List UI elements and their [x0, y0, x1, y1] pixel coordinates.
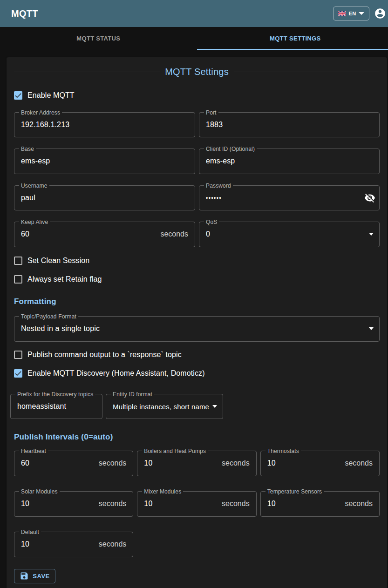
- boilers-interval-input[interactable]: Boilers and Heat Pumps 10 seconds: [137, 451, 256, 476]
- settings-title-divider: MQTT Settings: [14, 65, 380, 79]
- retain-flag-checkbox[interactable]: Always set Retain flag: [14, 270, 380, 289]
- tab-bar: MQTT STATUS MQTT SETTINGS: [0, 27, 388, 50]
- publish-intervals-heading: Publish Intervals (0=auto): [14, 432, 380, 443]
- dropdown-arrow-icon: [212, 405, 217, 408]
- app-header: MQTT EN: [0, 0, 388, 27]
- settings-card: MQTT Settings Enable MQTT Broker Address…: [7, 57, 387, 588]
- client-id-input[interactable]: Client ID (Optional) ems-esp: [199, 149, 380, 174]
- uk-flag-icon: [338, 11, 346, 16]
- dropdown-arrow-icon: [369, 327, 374, 330]
- checkbox-unchecked-icon: [14, 257, 22, 265]
- tab-mqtt-status[interactable]: MQTT STATUS: [0, 27, 197, 50]
- settings-title: MQTT Settings: [160, 67, 234, 77]
- thermostats-interval-input[interactable]: Thermostats 10 seconds: [260, 451, 380, 476]
- page-title: MQTT: [11, 8, 38, 19]
- language-button[interactable]: EN: [333, 7, 369, 20]
- username-input[interactable]: Username paul: [14, 185, 195, 211]
- divider-line-right: [234, 72, 380, 72]
- publish-response-checkbox[interactable]: Publish command output to a `response` t…: [14, 345, 380, 364]
- active-tab-indicator: [197, 49, 388, 50]
- save-icon: [20, 571, 29, 581]
- dropdown-arrow-icon: [369, 233, 374, 236]
- discovery-prefix-input[interactable]: Prefix for the Discovery topics homeassi…: [10, 394, 102, 419]
- checkbox-checked-icon: [14, 91, 22, 100]
- default-interval-input[interactable]: Default 10 seconds: [14, 532, 133, 557]
- divider-line-left: [14, 72, 160, 72]
- password-input[interactable]: Password ••••••: [199, 185, 380, 211]
- base-input[interactable]: Base ems-esp: [14, 149, 195, 174]
- caret-down-icon: [359, 12, 364, 15]
- qos-select[interactable]: QoS 0: [199, 222, 380, 247]
- account-circle-icon: [375, 8, 385, 19]
- save-button[interactable]: SAVE: [14, 569, 55, 583]
- checkbox-checked-icon: [14, 369, 22, 378]
- mixer-interval-input[interactable]: Mixer Modules 10 seconds: [137, 491, 256, 517]
- account-button[interactable]: [374, 7, 386, 20]
- heartbeat-interval-input[interactable]: Heartbeat 60 seconds: [14, 451, 133, 476]
- clean-session-checkbox[interactable]: Set Clean Session: [14, 251, 380, 270]
- temperature-interval-input[interactable]: Temperature Sensors 10 seconds: [260, 491, 380, 517]
- visibility-off-icon[interactable]: [364, 192, 375, 203]
- port-input[interactable]: Port 1883: [199, 112, 380, 138]
- enable-mqtt-checkbox[interactable]: Enable MQTT: [14, 86, 380, 105]
- save-label: SAVE: [33, 573, 49, 580]
- topic-format-select[interactable]: Topic/Payload Format Nested in a single …: [14, 316, 380, 342]
- checkbox-unchecked-icon: [14, 351, 22, 359]
- solar-interval-input[interactable]: Solar Modules 10 seconds: [14, 491, 133, 517]
- keep-alive-unit: seconds: [160, 230, 188, 238]
- language-label: EN: [349, 11, 356, 16]
- broker-address-input[interactable]: Broker Address 192.168.1.213: [14, 112, 195, 138]
- formatting-heading: Formatting: [14, 296, 380, 307]
- keep-alive-input[interactable]: Keep Alive 60 seconds: [14, 222, 195, 247]
- page: MQTT EN MQTT STATUS MQTT SETTINGS MQTT S…: [0, 0, 388, 588]
- tab-mqtt-settings[interactable]: MQTT SETTINGS: [197, 27, 388, 50]
- mqtt-discovery-checkbox[interactable]: Enable MQTT Discovery (Home Assistant, D…: [14, 364, 380, 383]
- entity-id-format-select[interactable]: Entity ID format Multiple instances, sho…: [106, 394, 223, 419]
- checkbox-unchecked-icon: [14, 275, 22, 284]
